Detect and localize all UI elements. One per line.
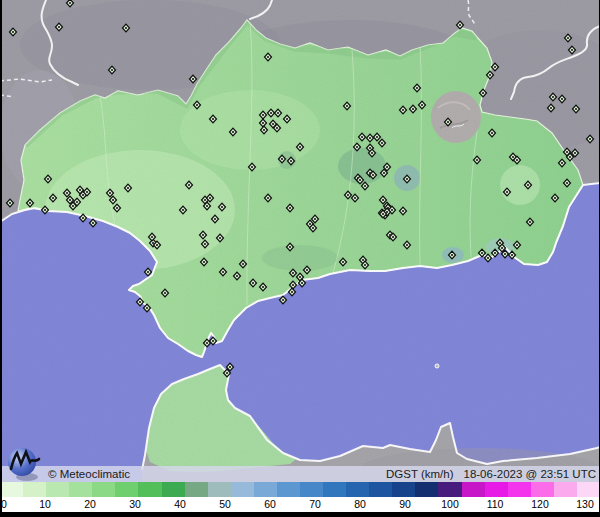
meteoclimatic-logo[interactable] [5,444,41,482]
scale-block [231,482,254,497]
scale-tick-label: 30 [129,498,141,510]
scale-tick-label: 20 [84,498,96,510]
scale-block [277,482,300,497]
scale-tick-label: 60 [264,498,276,510]
scale-block [208,482,231,497]
timestamp-label: 18-06-2023 @ 23:51 UTC [464,468,597,480]
scale-block [577,482,600,497]
gust-map [0,0,600,482]
scale-block [138,482,161,497]
scale-block [46,482,69,497]
left-border [0,0,2,517]
scale-block [254,482,277,497]
weather-map-window: © Meteoclimatic DGST (km/h)18-06-2023 @ … [0,0,600,517]
scale-block [369,482,392,497]
scale-block [323,482,346,497]
color-scale [0,482,600,497]
scale-tick-label: 40 [174,498,186,510]
scale-tick-label: 80 [354,498,366,510]
scale-tick-label: 50 [219,498,231,510]
scale-block [185,482,208,497]
scale-block [23,482,46,497]
scale-block [392,482,415,497]
scale-block [92,482,115,497]
scale-block [462,482,485,497]
scale-tick-label: 130 [576,498,594,510]
scale-tick-label: 110 [487,498,504,510]
scale-block [508,482,531,497]
attribution-bar: © Meteoclimatic DGST (km/h)18-06-2023 @ … [0,466,600,482]
color-scale-labels: 0102030405060708090100110120130 [0,497,600,512]
scale-block [69,482,92,497]
copyright-text: © Meteoclimatic [48,466,130,482]
scale-tick-label: 70 [309,498,321,510]
map-canvas [0,0,600,482]
scale-block [346,482,369,497]
scale-block [162,482,185,497]
legend-variable-label: DGST (km/h) [386,468,454,480]
legend-text: DGST (km/h)18-06-2023 @ 23:51 UTC [386,466,596,482]
scale-tick-label: 90 [399,498,411,510]
texture-overlay [0,0,600,482]
bottom-border [0,512,600,517]
scale-tick-label: 100 [441,498,459,510]
scale-block [485,482,508,497]
scale-block [415,482,438,497]
scale-tick-label: 120 [531,498,549,510]
scale-block [0,482,23,497]
scale-block [115,482,138,497]
scale-block [300,482,323,497]
scale-block [438,482,461,497]
scale-block [554,482,577,497]
scale-block [531,482,554,497]
scale-tick-label: 10 [39,498,51,510]
